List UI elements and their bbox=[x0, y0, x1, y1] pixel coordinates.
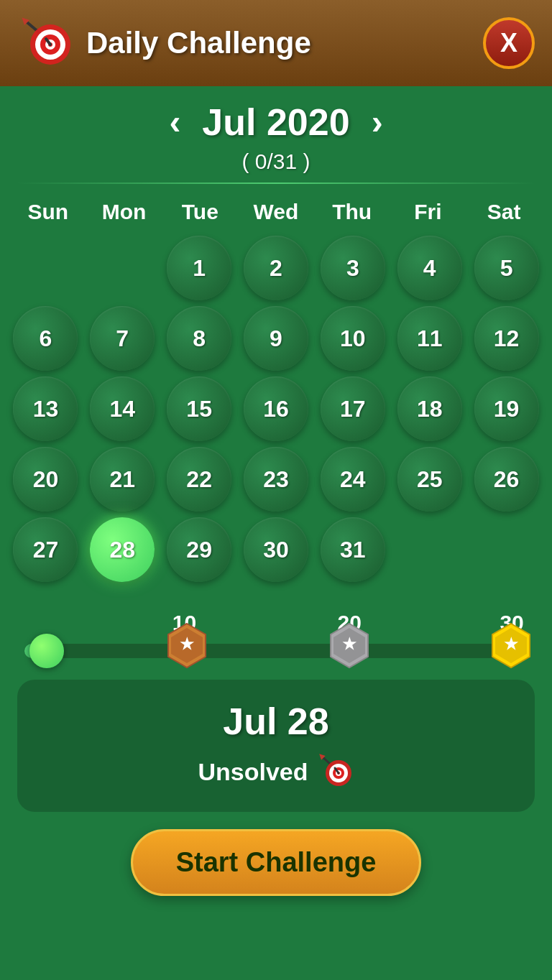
calendar-day-cell: 2 bbox=[241, 236, 312, 300]
day-header-tue: Tue bbox=[162, 195, 238, 228]
month-title: Jul 2020 bbox=[202, 101, 349, 144]
status-row: Unsolved bbox=[198, 752, 354, 792]
calendar-day-cell: 7 bbox=[87, 306, 158, 371]
calendar-day-cell: 22 bbox=[164, 447, 235, 512]
calendar-day-cell: 12 bbox=[471, 306, 542, 371]
progress-dot bbox=[29, 634, 64, 668]
close-icon: X bbox=[500, 30, 518, 56]
calendar-day-cell: 4 bbox=[394, 236, 465, 300]
calendar-day-cell: 11 bbox=[394, 306, 465, 371]
day-button-9[interactable]: 9 bbox=[244, 306, 308, 371]
calendar-day-cell: 3 bbox=[317, 236, 388, 300]
day-button-5[interactable]: 5 bbox=[474, 236, 539, 300]
calendar-day-cell: 21 bbox=[87, 447, 158, 512]
day-header-thu: Thu bbox=[314, 195, 390, 228]
calendar-day-cell: 26 bbox=[471, 447, 542, 512]
day-button-20[interactable]: 20 bbox=[13, 447, 78, 512]
day-button-10[interactable]: 10 bbox=[321, 306, 385, 371]
calendar-day-cell: 8 bbox=[164, 306, 235, 371]
header: Daily Challenge X bbox=[0, 0, 552, 86]
bronze-badge: ★ bbox=[164, 622, 210, 675]
day-button-27[interactable]: 27 bbox=[13, 517, 78, 582]
divider bbox=[17, 182, 535, 184]
day-button-18[interactable]: 18 bbox=[397, 376, 462, 441]
day-header-sun: Sun bbox=[10, 195, 86, 228]
day-button-29[interactable]: 29 bbox=[167, 517, 231, 582]
day-header-mon: Mon bbox=[86, 195, 162, 228]
day-button-16[interactable]: 16 bbox=[244, 376, 308, 441]
calendar-day-cell: 25 bbox=[394, 447, 465, 512]
header-title: Daily Challenge bbox=[86, 26, 311, 60]
calendar-day-cell: 16 bbox=[241, 376, 312, 441]
selected-date-label: Jul 28 bbox=[223, 700, 328, 743]
calendar-day-cell: 20 bbox=[10, 447, 81, 512]
prev-month-button[interactable]: ‹ bbox=[169, 105, 180, 139]
calendar-day-cell: 18 bbox=[394, 376, 465, 441]
day-button-17[interactable]: 17 bbox=[321, 376, 385, 441]
calendar-day-cell bbox=[10, 236, 81, 300]
calendar-day-cell: 6 bbox=[10, 306, 81, 371]
gold-badge: ★ bbox=[488, 622, 534, 675]
calendar-grid: 1234567891011121314151617181920212223242… bbox=[10, 236, 542, 582]
date-card: Jul 28 Unsolved bbox=[17, 680, 535, 812]
day-header-sat: Sat bbox=[466, 195, 542, 228]
day-button-24[interactable]: 24 bbox=[321, 447, 385, 512]
day-button-2[interactable]: 2 bbox=[244, 236, 308, 300]
day-button-19[interactable]: 19 bbox=[474, 376, 539, 441]
calendar-day-cell: 27 bbox=[10, 517, 81, 582]
calendar-day-cell: 29 bbox=[164, 517, 235, 582]
day-button-23[interactable]: 23 bbox=[244, 447, 308, 512]
close-button[interactable]: X bbox=[483, 17, 535, 69]
month-progress: ( 0/31 ) bbox=[242, 149, 310, 174]
day-button-6[interactable]: 6 bbox=[13, 306, 78, 371]
svg-text:★: ★ bbox=[504, 635, 519, 653]
day-button-25[interactable]: 25 bbox=[397, 447, 462, 512]
calendar: Sun Mon Tue Wed Thu Fri Sat 123456789101… bbox=[10, 195, 542, 582]
calendar-day-cell: 30 bbox=[241, 517, 312, 582]
header-left: Daily Challenge bbox=[17, 13, 311, 73]
day-button-3[interactable]: 3 bbox=[321, 236, 385, 300]
day-button-14[interactable]: 14 bbox=[90, 376, 155, 441]
month-navigation: ‹ Jul 2020 › bbox=[169, 101, 382, 144]
calendar-day-cell: 9 bbox=[241, 306, 312, 371]
progress-bar: ★ ★ ★ bbox=[24, 644, 528, 658]
day-button-31[interactable]: 31 bbox=[321, 517, 385, 582]
calendar-day-cell: 10 bbox=[317, 306, 388, 371]
day-button-22[interactable]: 22 bbox=[167, 447, 231, 512]
day-header-wed: Wed bbox=[238, 195, 314, 228]
day-button-15[interactable]: 15 bbox=[167, 376, 231, 441]
day-button-21[interactable]: 21 bbox=[90, 447, 155, 512]
day-button-28[interactable]: 28 bbox=[90, 517, 155, 582]
calendar-day-cell: 15 bbox=[164, 376, 235, 441]
calendar-day-cell: 28 bbox=[87, 517, 158, 582]
svg-text:★: ★ bbox=[180, 635, 195, 653]
svg-text:★: ★ bbox=[342, 635, 357, 653]
calendar-day-cell: 19 bbox=[471, 376, 542, 441]
calendar-day-cell: 31 bbox=[317, 517, 388, 582]
progress-section: 10 20 30 ★ ★ bbox=[24, 611, 528, 658]
status-text: Unsolved bbox=[198, 758, 308, 786]
target-icon bbox=[17, 13, 75, 73]
calendar-day-cell: 17 bbox=[317, 376, 388, 441]
calendar-day-cell: 13 bbox=[10, 376, 81, 441]
day-button-30[interactable]: 30 bbox=[244, 517, 308, 582]
status-target-icon bbox=[317, 752, 354, 792]
main-content: ‹ Jul 2020 › ( 0/31 ) Sun Mon Tue Wed Th… bbox=[0, 86, 552, 980]
day-button-7[interactable]: 7 bbox=[90, 306, 155, 371]
day-button-8[interactable]: 8 bbox=[167, 306, 231, 371]
calendar-day-cell: 24 bbox=[317, 447, 388, 512]
calendar-day-cell: 14 bbox=[87, 376, 158, 441]
silver-badge: ★ bbox=[326, 622, 372, 675]
calendar-day-cell: 5 bbox=[471, 236, 542, 300]
day-button-1[interactable]: 1 bbox=[167, 236, 231, 300]
day-button-11[interactable]: 11 bbox=[397, 306, 462, 371]
day-button-26[interactable]: 26 bbox=[474, 447, 539, 512]
day-header-fri: Fri bbox=[390, 195, 466, 228]
day-button-4[interactable]: 4 bbox=[397, 236, 462, 300]
start-challenge-button[interactable]: Start Challenge bbox=[131, 829, 422, 896]
start-button-label: Start Challenge bbox=[176, 847, 377, 877]
day-button-12[interactable]: 12 bbox=[474, 306, 539, 371]
next-month-button[interactable]: › bbox=[372, 105, 383, 139]
day-headers: Sun Mon Tue Wed Thu Fri Sat bbox=[10, 195, 542, 228]
day-button-13[interactable]: 13 bbox=[13, 376, 78, 441]
